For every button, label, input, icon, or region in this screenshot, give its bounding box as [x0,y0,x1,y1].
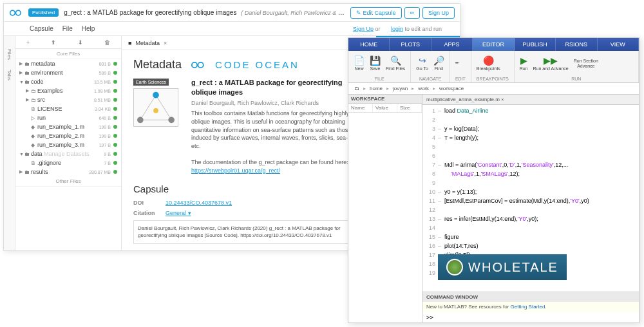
other-files-section: Other Files [15,176,121,187]
tree-item[interactable]: ▼🖿data Manage Datasets9 B [15,149,121,158]
tree-item[interactable]: ▼🖿code10.5 MB [15,77,121,86]
crumb-segment[interactable]: home [370,86,383,91]
editor-file-tab[interactable]: multiplicative_arima_example.m × [422,95,639,105]
code-line[interactable]: 4–T = length(y); [422,133,639,142]
ribbon-tab-editor[interactable]: EDITOR [473,38,514,51]
doc-link[interactable]: https://srwebpolr01.uqar.ca/g_rect/ [191,167,280,174]
doi-link[interactable]: 10.24433/CO.4037678.v1 [166,200,232,206]
code-line[interactable]: 9 [422,178,639,187]
new-button[interactable]: 📄New [354,55,365,71]
code-line[interactable]: 1–load Data_Airline [422,106,639,115]
edit-capsule-button[interactable]: ✎ Edit Capsule [350,7,402,19]
wholetale-logo: WHOLETALE [438,254,567,280]
citation-field: Citation General ▾ ⎘ [133,210,365,216]
side-rail: Files Tabs [4,36,15,250]
tree-item[interactable]: 🗎LICENSE3.04 KB [15,104,121,113]
matlab-window: HOMEPLOTSAPPSEDITORPUBLISHRSIONSVIEW 📄Ne… [348,37,639,323]
tree-item[interactable]: ◆run_Example_1.m199 B [15,122,121,131]
ribbon-tab-view[interactable]: VIEW [598,38,639,51]
capsule-card: Earth Sciences g_rect : a MATLAB package… [133,78,365,174]
breakpoints-button[interactable]: 🔴Breakpoints [477,55,500,71]
code-line[interactable]: 16–plot(14:T,res) [422,241,639,250]
crumb-segment[interactable]: workspace [439,86,464,91]
new-user-banner: New to MATLAB? See resources for Getting… [422,302,639,312]
crumb-segment[interactable]: work [418,86,429,91]
ribbon-tab-publish[interactable]: PUBLISH [515,38,556,51]
svg-point-7 [137,117,144,124]
download-icon[interactable]: ⬇ [78,39,83,46]
code-line[interactable]: 11–[EstMdl,EstParamCov] = estimate(Mdl,y… [422,196,639,205]
metadata-heading: Metadata CODE OCEAN [133,58,365,71]
close-icon[interactable]: × [164,40,167,46]
code-line[interactable]: 15–figure [422,232,639,241]
signup-button[interactable]: Sign Up [422,7,455,19]
side-tabs[interactable]: Tabs [6,70,12,80]
tree-item[interactable]: ▶🗀Examples1.98 MB [15,86,121,95]
save-button[interactable]: 💾Save [370,55,381,71]
citation-box: Daniel Bourgault, Rich Pawlowicz, Clark … [133,220,365,243]
code-line[interactable]: 7–Mdl = arima('Constant',0,'D',1,'Season… [422,160,639,169]
code-line[interactable]: 6 [422,151,639,160]
co-main: ■ Metadata × Metadata CODE OCEAN Earth S… [122,36,376,250]
citation-type-dropdown[interactable]: General ▾ [166,210,191,216]
doi-field: DOI 10.24433/CO.4037678.v1 [133,200,365,206]
code-line[interactable]: 12 [422,205,639,214]
tree-item[interactable]: ▶🖿metadata801 B [15,59,121,68]
ribbon-tab-plots[interactable]: PLOTS [390,38,431,51]
share-button[interactable]: ∞ [404,7,420,19]
svg-point-1 [15,10,21,15]
code-line[interactable]: 2 [422,115,639,124]
tree-item[interactable]: ▶🖿environment589 B [15,68,121,77]
code-line[interactable]: 13–res = infer(EstMdl,y(14:end),'Y0',y0)… [422,214,639,223]
capsule-badge: Earth Sciences [133,78,184,174]
tree-item[interactable]: 🗎.gitignore7 B [15,158,121,167]
edit-icon[interactable]: ✏ [455,61,459,66]
folder-icon[interactable]: 🗀 [354,86,359,91]
find-button[interactable]: 🔎Find [433,55,444,71]
published-badge: Published [28,8,59,17]
signup-prompt: Sign Up or login to edit and run [353,26,451,32]
pkg-title: g_rect : a MATLAB package for georectify… [191,78,365,98]
editor-panel: multiplicative_arima_example.m × 1–load … [422,95,639,322]
tree-item[interactable]: ▶🖿results280.87 MB [15,167,121,176]
find-files-button[interactable]: 🔍Find Files [386,55,405,71]
ribbon-tab-home[interactable]: HOME [348,38,390,51]
run-section-button[interactable]: Run SectionAdvance [574,59,598,68]
side-files[interactable]: Files [6,49,12,60]
ribbon-tab-apps[interactable]: APPS [431,38,473,51]
tree-item[interactable]: ▶🗀src8.51 MB [15,95,121,104]
getting-started-link[interactable]: Getting Started [511,304,545,310]
goto-button[interactable]: ↪Go To [416,55,428,71]
svg-point-2 [192,62,197,67]
code-line[interactable]: 5 [422,142,639,151]
menu-capsule[interactable]: Capsule [30,25,53,32]
delete-icon[interactable]: 🗑 [104,39,110,46]
workspace-panel: WORKSPACE Name Value Size [348,95,422,322]
code-line[interactable]: 10–y0 = y(1:13); [422,187,639,196]
menu-file[interactable]: File [62,25,73,32]
tree-item[interactable]: ◆run_Example_2.m199 B [15,131,121,140]
signup-link[interactable]: Sign Up [353,26,374,32]
code-line[interactable]: 8 'MALags',1,'SMALags',12); [422,169,639,178]
capsule-diagram-icon [133,88,178,127]
breadcrumb: 🗀 ▸home▸jovyan▸work▸workspace [348,83,639,95]
code-line[interactable]: 3–y = log(Data); [422,124,639,133]
capsule-meta: g_rect : a MATLAB package for georectify… [191,78,365,174]
svg-marker-4 [140,95,171,120]
login-link[interactable]: login [391,26,403,32]
doc-text: The documentation of the g_rect package … [191,158,365,167]
upload-icon[interactable]: ⬆ [51,39,56,46]
command-prompt[interactable]: >> [422,312,639,322]
menu-help[interactable]: Help [82,25,95,32]
crumb-segment[interactable]: jovyan [393,86,408,91]
tree-item[interactable]: ▷run649 B [15,113,121,122]
tree-item[interactable]: ◆run_Example_3.m197 B [15,140,121,149]
run-advance-button[interactable]: ▶▶Run and Advance [533,55,569,71]
file-tree: + ⬆ ⬇ 🗑 Core Files ▶🖿metadata801 B▶🖿envi… [15,36,122,250]
ribbon-tab-rsions[interactable]: RSIONS [556,38,597,51]
command-window-title: COMMAND WINDOW [422,292,639,302]
tab-metadata[interactable]: ■ Metadata × [122,40,173,46]
new-file-icon[interactable]: + [26,39,30,46]
code-line[interactable]: 14 [422,223,639,232]
run-button[interactable]: ▶Run [520,55,528,71]
